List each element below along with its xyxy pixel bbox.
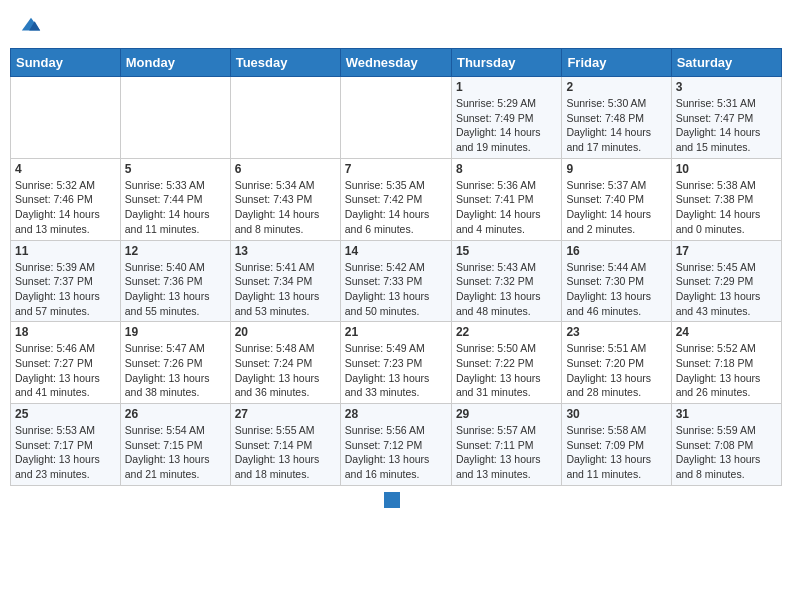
calendar-cell xyxy=(340,77,451,159)
day-number: 27 xyxy=(235,407,336,421)
calendar-cell: 14Sunrise: 5:42 AM Sunset: 7:33 PM Dayli… xyxy=(340,240,451,322)
calendar-cell xyxy=(120,77,230,159)
day-number: 16 xyxy=(566,244,666,258)
calendar-cell: 4Sunrise: 5:32 AM Sunset: 7:46 PM Daylig… xyxy=(11,158,121,240)
calendar-cell: 25Sunrise: 5:53 AM Sunset: 7:17 PM Dayli… xyxy=(11,404,121,486)
day-info: Sunrise: 5:39 AM Sunset: 7:37 PM Dayligh… xyxy=(15,260,116,319)
day-number: 30 xyxy=(566,407,666,421)
day-info: Sunrise: 5:36 AM Sunset: 7:41 PM Dayligh… xyxy=(456,178,557,237)
header-thursday: Thursday xyxy=(451,49,561,77)
calendar-cell: 13Sunrise: 5:41 AM Sunset: 7:34 PM Dayli… xyxy=(230,240,340,322)
day-info: Sunrise: 5:57 AM Sunset: 7:11 PM Dayligh… xyxy=(456,423,557,482)
day-number: 7 xyxy=(345,162,447,176)
footer xyxy=(10,492,782,508)
day-number: 13 xyxy=(235,244,336,258)
header xyxy=(10,10,782,40)
day-info: Sunrise: 5:42 AM Sunset: 7:33 PM Dayligh… xyxy=(345,260,447,319)
day-info: Sunrise: 5:52 AM Sunset: 7:18 PM Dayligh… xyxy=(676,341,777,400)
header-friday: Friday xyxy=(562,49,671,77)
calendar-cell: 11Sunrise: 5:39 AM Sunset: 7:37 PM Dayli… xyxy=(11,240,121,322)
calendar-cell: 31Sunrise: 5:59 AM Sunset: 7:08 PM Dayli… xyxy=(671,404,781,486)
day-number: 20 xyxy=(235,325,336,339)
calendar-cell: 7Sunrise: 5:35 AM Sunset: 7:42 PM Daylig… xyxy=(340,158,451,240)
day-info: Sunrise: 5:55 AM Sunset: 7:14 PM Dayligh… xyxy=(235,423,336,482)
day-number: 6 xyxy=(235,162,336,176)
day-number: 12 xyxy=(125,244,226,258)
day-info: Sunrise: 5:35 AM Sunset: 7:42 PM Dayligh… xyxy=(345,178,447,237)
calendar-cell: 6Sunrise: 5:34 AM Sunset: 7:43 PM Daylig… xyxy=(230,158,340,240)
header-sunday: Sunday xyxy=(11,49,121,77)
day-info: Sunrise: 5:56 AM Sunset: 7:12 PM Dayligh… xyxy=(345,423,447,482)
header-monday: Monday xyxy=(120,49,230,77)
legend-box xyxy=(384,492,400,508)
day-info: Sunrise: 5:30 AM Sunset: 7:48 PM Dayligh… xyxy=(566,96,666,155)
day-number: 25 xyxy=(15,407,116,421)
logo-icon xyxy=(20,14,42,36)
day-info: Sunrise: 5:53 AM Sunset: 7:17 PM Dayligh… xyxy=(15,423,116,482)
day-number: 10 xyxy=(676,162,777,176)
calendar-cell: 10Sunrise: 5:38 AM Sunset: 7:38 PM Dayli… xyxy=(671,158,781,240)
calendar-cell xyxy=(11,77,121,159)
calendar-week-row: 25Sunrise: 5:53 AM Sunset: 7:17 PM Dayli… xyxy=(11,404,782,486)
day-number: 4 xyxy=(15,162,116,176)
calendar-cell: 1Sunrise: 5:29 AM Sunset: 7:49 PM Daylig… xyxy=(451,77,561,159)
day-info: Sunrise: 5:51 AM Sunset: 7:20 PM Dayligh… xyxy=(566,341,666,400)
calendar-cell: 17Sunrise: 5:45 AM Sunset: 7:29 PM Dayli… xyxy=(671,240,781,322)
day-number: 19 xyxy=(125,325,226,339)
calendar-week-row: 18Sunrise: 5:46 AM Sunset: 7:27 PM Dayli… xyxy=(11,322,782,404)
day-info: Sunrise: 5:44 AM Sunset: 7:30 PM Dayligh… xyxy=(566,260,666,319)
day-info: Sunrise: 5:40 AM Sunset: 7:36 PM Dayligh… xyxy=(125,260,226,319)
calendar-cell: 23Sunrise: 5:51 AM Sunset: 7:20 PM Dayli… xyxy=(562,322,671,404)
day-info: Sunrise: 5:31 AM Sunset: 7:47 PM Dayligh… xyxy=(676,96,777,155)
calendar-cell: 19Sunrise: 5:47 AM Sunset: 7:26 PM Dayli… xyxy=(120,322,230,404)
day-number: 15 xyxy=(456,244,557,258)
header-saturday: Saturday xyxy=(671,49,781,77)
day-number: 23 xyxy=(566,325,666,339)
day-number: 18 xyxy=(15,325,116,339)
calendar-cell: 28Sunrise: 5:56 AM Sunset: 7:12 PM Dayli… xyxy=(340,404,451,486)
calendar-cell: 3Sunrise: 5:31 AM Sunset: 7:47 PM Daylig… xyxy=(671,77,781,159)
day-info: Sunrise: 5:59 AM Sunset: 7:08 PM Dayligh… xyxy=(676,423,777,482)
calendar-cell: 18Sunrise: 5:46 AM Sunset: 7:27 PM Dayli… xyxy=(11,322,121,404)
day-info: Sunrise: 5:34 AM Sunset: 7:43 PM Dayligh… xyxy=(235,178,336,237)
day-number: 9 xyxy=(566,162,666,176)
calendar-cell: 2Sunrise: 5:30 AM Sunset: 7:48 PM Daylig… xyxy=(562,77,671,159)
calendar-cell: 16Sunrise: 5:44 AM Sunset: 7:30 PM Dayli… xyxy=(562,240,671,322)
calendar-cell: 8Sunrise: 5:36 AM Sunset: 7:41 PM Daylig… xyxy=(451,158,561,240)
day-info: Sunrise: 5:58 AM Sunset: 7:09 PM Dayligh… xyxy=(566,423,666,482)
day-number: 8 xyxy=(456,162,557,176)
calendar-cell: 29Sunrise: 5:57 AM Sunset: 7:11 PM Dayli… xyxy=(451,404,561,486)
day-info: Sunrise: 5:32 AM Sunset: 7:46 PM Dayligh… xyxy=(15,178,116,237)
day-number: 17 xyxy=(676,244,777,258)
day-info: Sunrise: 5:54 AM Sunset: 7:15 PM Dayligh… xyxy=(125,423,226,482)
calendar-cell: 15Sunrise: 5:43 AM Sunset: 7:32 PM Dayli… xyxy=(451,240,561,322)
day-number: 14 xyxy=(345,244,447,258)
day-number: 3 xyxy=(676,80,777,94)
calendar-table: Sunday Monday Tuesday Wednesday Thursday… xyxy=(10,48,782,486)
calendar-cell: 5Sunrise: 5:33 AM Sunset: 7:44 PM Daylig… xyxy=(120,158,230,240)
day-number: 1 xyxy=(456,80,557,94)
calendar-cell: 21Sunrise: 5:49 AM Sunset: 7:23 PM Dayli… xyxy=(340,322,451,404)
calendar-cell xyxy=(230,77,340,159)
day-number: 21 xyxy=(345,325,447,339)
day-info: Sunrise: 5:29 AM Sunset: 7:49 PM Dayligh… xyxy=(456,96,557,155)
day-info: Sunrise: 5:46 AM Sunset: 7:27 PM Dayligh… xyxy=(15,341,116,400)
header-wednesday: Wednesday xyxy=(340,49,451,77)
logo xyxy=(16,14,46,36)
calendar-cell: 27Sunrise: 5:55 AM Sunset: 7:14 PM Dayli… xyxy=(230,404,340,486)
calendar-week-row: 1Sunrise: 5:29 AM Sunset: 7:49 PM Daylig… xyxy=(11,77,782,159)
day-number: 31 xyxy=(676,407,777,421)
calendar-cell: 26Sunrise: 5:54 AM Sunset: 7:15 PM Dayli… xyxy=(120,404,230,486)
calendar-header-row: Sunday Monday Tuesday Wednesday Thursday… xyxy=(11,49,782,77)
day-info: Sunrise: 5:48 AM Sunset: 7:24 PM Dayligh… xyxy=(235,341,336,400)
day-number: 24 xyxy=(676,325,777,339)
day-number: 11 xyxy=(15,244,116,258)
header-tuesday: Tuesday xyxy=(230,49,340,77)
day-info: Sunrise: 5:47 AM Sunset: 7:26 PM Dayligh… xyxy=(125,341,226,400)
calendar-cell: 30Sunrise: 5:58 AM Sunset: 7:09 PM Dayli… xyxy=(562,404,671,486)
day-info: Sunrise: 5:49 AM Sunset: 7:23 PM Dayligh… xyxy=(345,341,447,400)
day-info: Sunrise: 5:41 AM Sunset: 7:34 PM Dayligh… xyxy=(235,260,336,319)
calendar-week-row: 11Sunrise: 5:39 AM Sunset: 7:37 PM Dayli… xyxy=(11,240,782,322)
day-info: Sunrise: 5:43 AM Sunset: 7:32 PM Dayligh… xyxy=(456,260,557,319)
day-info: Sunrise: 5:33 AM Sunset: 7:44 PM Dayligh… xyxy=(125,178,226,237)
